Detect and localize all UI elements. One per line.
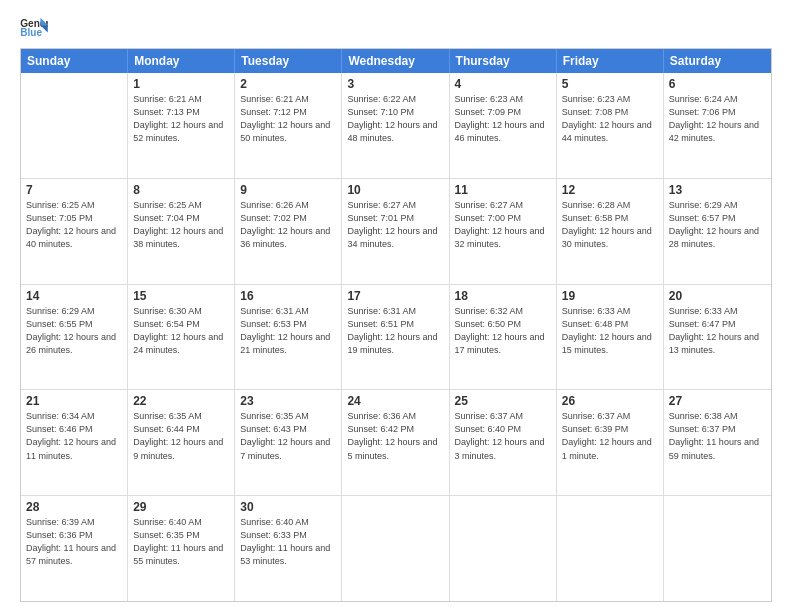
calendar-cell-3-2: 23Sunrise: 6:35 AMSunset: 6:43 PMDayligh… [235,390,342,495]
sun-info: Sunrise: 6:36 AMSunset: 6:42 PMDaylight:… [347,410,443,462]
calendar-cell-0-0 [21,73,128,178]
page-header: General Blue [20,16,772,38]
calendar-cell-4-6 [664,496,771,601]
sun-info: Sunrise: 6:30 AMSunset: 6:54 PMDaylight:… [133,305,229,357]
day-number: 18 [455,289,551,303]
calendar-cell-0-4: 4Sunrise: 6:23 AMSunset: 7:09 PMDaylight… [450,73,557,178]
calendar: SundayMondayTuesdayWednesdayThursdayFrid… [20,48,772,602]
sun-info: Sunrise: 6:34 AMSunset: 6:46 PMDaylight:… [26,410,122,462]
calendar-cell-1-3: 10Sunrise: 6:27 AMSunset: 7:01 PMDayligh… [342,179,449,284]
calendar-row-0: 1Sunrise: 6:21 AMSunset: 7:13 PMDaylight… [21,73,771,179]
sun-info: Sunrise: 6:40 AMSunset: 6:33 PMDaylight:… [240,516,336,568]
calendar-cell-2-3: 17Sunrise: 6:31 AMSunset: 6:51 PMDayligh… [342,285,449,390]
calendar-cell-2-2: 16Sunrise: 6:31 AMSunset: 6:53 PMDayligh… [235,285,342,390]
day-number: 28 [26,500,122,514]
sun-info: Sunrise: 6:40 AMSunset: 6:35 PMDaylight:… [133,516,229,568]
day-number: 13 [669,183,766,197]
calendar-cell-1-0: 7Sunrise: 6:25 AMSunset: 7:05 PMDaylight… [21,179,128,284]
sun-info: Sunrise: 6:31 AMSunset: 6:53 PMDaylight:… [240,305,336,357]
sun-info: Sunrise: 6:32 AMSunset: 6:50 PMDaylight:… [455,305,551,357]
day-number: 5 [562,77,658,91]
weekday-header-sunday: Sunday [21,49,128,73]
day-number: 8 [133,183,229,197]
calendar-row-1: 7Sunrise: 6:25 AMSunset: 7:05 PMDaylight… [21,179,771,285]
sun-info: Sunrise: 6:33 AMSunset: 6:48 PMDaylight:… [562,305,658,357]
sun-info: Sunrise: 6:37 AMSunset: 6:40 PMDaylight:… [455,410,551,462]
day-number: 26 [562,394,658,408]
day-number: 1 [133,77,229,91]
sun-info: Sunrise: 6:25 AMSunset: 7:04 PMDaylight:… [133,199,229,251]
day-number: 9 [240,183,336,197]
calendar-cell-0-5: 5Sunrise: 6:23 AMSunset: 7:08 PMDaylight… [557,73,664,178]
day-number: 19 [562,289,658,303]
day-number: 22 [133,394,229,408]
day-number: 6 [669,77,766,91]
sun-info: Sunrise: 6:27 AMSunset: 7:01 PMDaylight:… [347,199,443,251]
sun-info: Sunrise: 6:23 AMSunset: 7:09 PMDaylight:… [455,93,551,145]
sun-info: Sunrise: 6:35 AMSunset: 6:44 PMDaylight:… [133,410,229,462]
calendar-cell-0-6: 6Sunrise: 6:24 AMSunset: 7:06 PMDaylight… [664,73,771,178]
sun-info: Sunrise: 6:39 AMSunset: 6:36 PMDaylight:… [26,516,122,568]
day-number: 17 [347,289,443,303]
day-number: 16 [240,289,336,303]
calendar-cell-2-4: 18Sunrise: 6:32 AMSunset: 6:50 PMDayligh… [450,285,557,390]
calendar-cell-1-2: 9Sunrise: 6:26 AMSunset: 7:02 PMDaylight… [235,179,342,284]
calendar-cell-4-3 [342,496,449,601]
calendar-row-4: 28Sunrise: 6:39 AMSunset: 6:36 PMDayligh… [21,496,771,601]
sun-info: Sunrise: 6:21 AMSunset: 7:13 PMDaylight:… [133,93,229,145]
calendar-cell-3-0: 21Sunrise: 6:34 AMSunset: 6:46 PMDayligh… [21,390,128,495]
day-number: 29 [133,500,229,514]
weekday-header-thursday: Thursday [450,49,557,73]
weekday-header-friday: Friday [557,49,664,73]
calendar-cell-1-1: 8Sunrise: 6:25 AMSunset: 7:04 PMDaylight… [128,179,235,284]
calendar-cell-2-5: 19Sunrise: 6:33 AMSunset: 6:48 PMDayligh… [557,285,664,390]
day-number: 4 [455,77,551,91]
calendar-cell-1-6: 13Sunrise: 6:29 AMSunset: 6:57 PMDayligh… [664,179,771,284]
sun-info: Sunrise: 6:23 AMSunset: 7:08 PMDaylight:… [562,93,658,145]
day-number: 30 [240,500,336,514]
day-number: 11 [455,183,551,197]
day-number: 24 [347,394,443,408]
calendar-cell-4-2: 30Sunrise: 6:40 AMSunset: 6:33 PMDayligh… [235,496,342,601]
svg-text:Blue: Blue [20,27,42,38]
calendar-cell-2-0: 14Sunrise: 6:29 AMSunset: 6:55 PMDayligh… [21,285,128,390]
day-number: 27 [669,394,766,408]
calendar-cell-2-6: 20Sunrise: 6:33 AMSunset: 6:47 PMDayligh… [664,285,771,390]
calendar-header: SundayMondayTuesdayWednesdayThursdayFrid… [21,49,771,73]
calendar-cell-1-4: 11Sunrise: 6:27 AMSunset: 7:00 PMDayligh… [450,179,557,284]
day-number: 12 [562,183,658,197]
calendar-cell-3-4: 25Sunrise: 6:37 AMSunset: 6:40 PMDayligh… [450,390,557,495]
sun-info: Sunrise: 6:28 AMSunset: 6:58 PMDaylight:… [562,199,658,251]
calendar-row-2: 14Sunrise: 6:29 AMSunset: 6:55 PMDayligh… [21,285,771,391]
weekday-header-tuesday: Tuesday [235,49,342,73]
calendar-cell-0-2: 2Sunrise: 6:21 AMSunset: 7:12 PMDaylight… [235,73,342,178]
calendar-cell-0-3: 3Sunrise: 6:22 AMSunset: 7:10 PMDaylight… [342,73,449,178]
sun-info: Sunrise: 6:27 AMSunset: 7:00 PMDaylight:… [455,199,551,251]
day-number: 23 [240,394,336,408]
sun-info: Sunrise: 6:22 AMSunset: 7:10 PMDaylight:… [347,93,443,145]
sun-info: Sunrise: 6:24 AMSunset: 7:06 PMDaylight:… [669,93,766,145]
calendar-cell-4-1: 29Sunrise: 6:40 AMSunset: 6:35 PMDayligh… [128,496,235,601]
calendar-cell-3-6: 27Sunrise: 6:38 AMSunset: 6:37 PMDayligh… [664,390,771,495]
calendar-cell-2-1: 15Sunrise: 6:30 AMSunset: 6:54 PMDayligh… [128,285,235,390]
day-number: 2 [240,77,336,91]
day-number: 10 [347,183,443,197]
calendar-cell-3-5: 26Sunrise: 6:37 AMSunset: 6:39 PMDayligh… [557,390,664,495]
sun-info: Sunrise: 6:31 AMSunset: 6:51 PMDaylight:… [347,305,443,357]
day-number: 20 [669,289,766,303]
sun-info: Sunrise: 6:33 AMSunset: 6:47 PMDaylight:… [669,305,766,357]
weekday-header-saturday: Saturday [664,49,771,73]
sun-info: Sunrise: 6:29 AMSunset: 6:57 PMDaylight:… [669,199,766,251]
day-number: 25 [455,394,551,408]
calendar-cell-4-5 [557,496,664,601]
calendar-body: 1Sunrise: 6:21 AMSunset: 7:13 PMDaylight… [21,73,771,601]
calendar-cell-4-0: 28Sunrise: 6:39 AMSunset: 6:36 PMDayligh… [21,496,128,601]
sun-info: Sunrise: 6:26 AMSunset: 7:02 PMDaylight:… [240,199,336,251]
day-number: 21 [26,394,122,408]
weekday-header-wednesday: Wednesday [342,49,449,73]
sun-info: Sunrise: 6:37 AMSunset: 6:39 PMDaylight:… [562,410,658,462]
calendar-row-3: 21Sunrise: 6:34 AMSunset: 6:46 PMDayligh… [21,390,771,496]
weekday-header-monday: Monday [128,49,235,73]
sun-info: Sunrise: 6:25 AMSunset: 7:05 PMDaylight:… [26,199,122,251]
calendar-cell-0-1: 1Sunrise: 6:21 AMSunset: 7:13 PMDaylight… [128,73,235,178]
